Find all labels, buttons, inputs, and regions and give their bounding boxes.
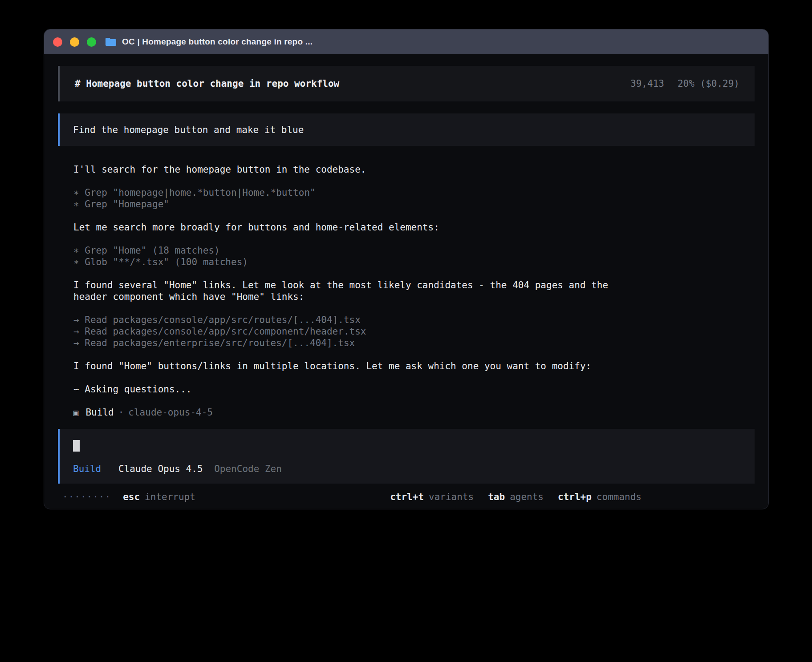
tool-call-group: ∗ Grep "homepage|home.*button|Home.*butt… <box>73 187 755 210</box>
assistant-text: Let me search more broadly for buttons a… <box>73 222 755 233</box>
folder-icon <box>105 37 117 47</box>
read-call: → Read packages/console/app/src/routes/[… <box>73 314 755 326</box>
shortcut-commands: ctrl+pcommands <box>558 491 641 503</box>
shortcut-variants: ctrl+tvariants <box>390 491 474 503</box>
esc-key-hint: esc <box>123 491 140 503</box>
input-line[interactable] <box>73 440 741 452</box>
read-call: → Read packages/console/app/src/componen… <box>73 326 755 337</box>
tool-call: ∗ Grep "Homepage" <box>73 198 755 210</box>
input-meta: Build Claude Opus 4.5 OpenCode Zen <box>73 463 741 475</box>
status-bar: ········ esc interrupt ctrl+tvariants ta… <box>58 491 755 503</box>
agent-model: claude-opus-4-5 <box>128 407 213 418</box>
tool-call-group: ∗ Grep "Home" (18 matches) ∗ Glob "**/*.… <box>73 245 755 268</box>
asterisk-icon: ∗ <box>73 257 85 267</box>
agent-status-line: ▣ Build · claude-opus-4-5 <box>73 407 755 418</box>
shortcut-agents: tabagents <box>488 491 544 503</box>
prompt-input[interactable]: Build Claude Opus 4.5 OpenCode Zen <box>58 429 755 484</box>
transcript: I'll search for the homepage button in t… <box>58 146 755 418</box>
close-button[interactable] <box>53 37 62 47</box>
context-usage: 20% ($0.29) <box>678 78 739 89</box>
asking-status: ~ Asking questions... <box>73 383 755 395</box>
provider-label: OpenCode Zen <box>214 464 282 474</box>
read-call: → Read packages/enterprise/src/routes/[.… <box>73 337 755 349</box>
terminal-window: OC | Homepage button color change in rep… <box>44 29 768 509</box>
user-message-text: Find the homepage button and make it blu… <box>73 125 304 135</box>
tool-call: ∗ Grep "homepage|home.*button|Home.*butt… <box>73 187 755 198</box>
window-title: OC | Homepage button color change in rep… <box>122 37 313 47</box>
assistant-text: I found "Home" buttons/links in multiple… <box>73 360 755 372</box>
active-model-label: Claude Opus 4.5 <box>118 464 203 474</box>
text-cursor <box>73 440 80 452</box>
arrow-right-icon: → <box>73 326 85 337</box>
assistant-text: I'll search for the homepage button in t… <box>73 164 755 175</box>
user-message: Find the homepage button and make it blu… <box>58 113 755 146</box>
agent-name: Build <box>85 407 114 418</box>
session-title: # Homepage button color change in repo w… <box>75 78 339 89</box>
zoom-button[interactable] <box>87 37 96 47</box>
asterisk-icon: ∗ <box>73 187 85 198</box>
minimize-button[interactable] <box>70 37 79 47</box>
token-count: 39,413 <box>630 78 664 89</box>
arrow-right-icon: → <box>73 315 85 325</box>
spinner-dots: ········ <box>62 491 111 503</box>
session-header: # Homepage button color change in repo w… <box>58 66 755 101</box>
dot-separator: · <box>118 407 124 418</box>
esc-action-label: interrupt <box>145 491 195 503</box>
assistant-text: I found several "Home" links. Let me loo… <box>73 279 630 303</box>
read-group: → Read packages/console/app/src/routes/[… <box>73 314 755 349</box>
shortcut-hints: ctrl+tvariants tabagents ctrl+pcommands <box>390 491 641 503</box>
tool-call: ∗ Glob "**/*.tsx" (100 matches) <box>73 256 755 268</box>
traffic-lights <box>53 37 96 47</box>
tool-call: ∗ Grep "Home" (18 matches) <box>73 245 755 256</box>
asterisk-icon: ∗ <box>73 199 85 210</box>
agent-icon: ▣ <box>73 407 78 418</box>
active-agent-label: Build <box>73 464 101 474</box>
titlebar[interactable]: OC | Homepage button color change in rep… <box>44 29 768 54</box>
asterisk-icon: ∗ <box>73 245 85 256</box>
arrow-right-icon: → <box>73 338 85 348</box>
